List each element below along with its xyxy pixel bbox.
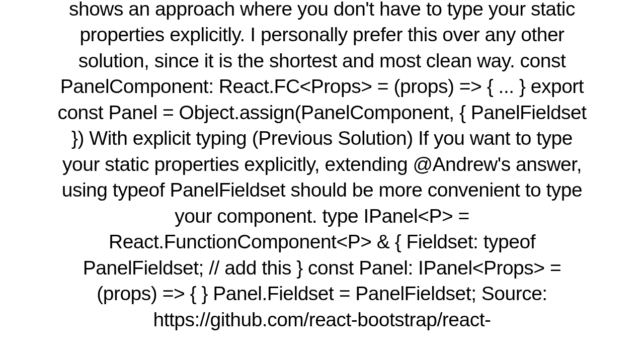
document-body: shows an approach where you don't have t… bbox=[45, 0, 599, 332]
document-text: shows an approach where you don't have t… bbox=[57, 0, 586, 330]
